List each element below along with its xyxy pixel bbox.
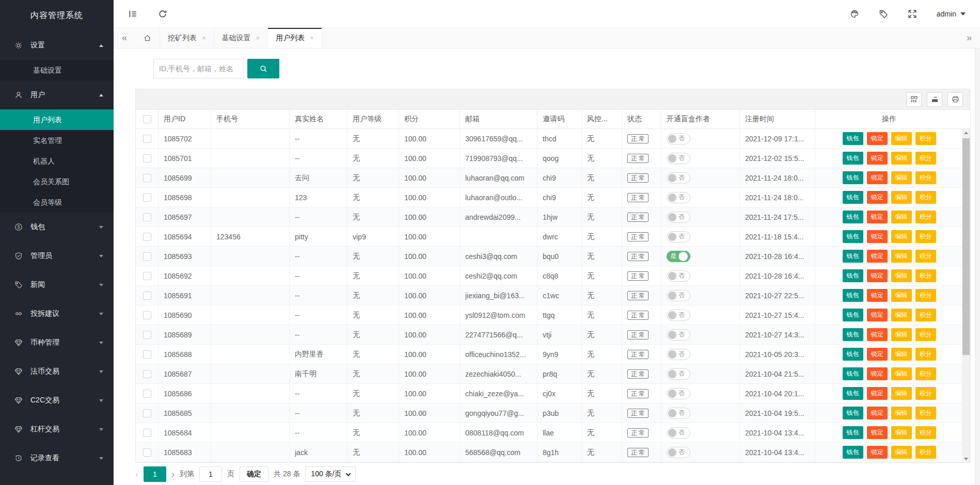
page-scrollbar[interactable] (975, 48, 980, 485)
sidebar-item-1[interactable]: 实名管理 (0, 130, 114, 151)
row-checkbox[interactable] (143, 409, 151, 417)
wallet-button[interactable]: 钱包 (843, 328, 863, 341)
wallet-button[interactable]: 钱包 (843, 348, 863, 360)
wallet-button[interactable]: 钱包 (843, 387, 863, 399)
sidebar-group-4[interactable]: 新闻 (0, 270, 114, 299)
points-button[interactable]: 积分 (915, 328, 936, 341)
row-checkbox[interactable] (143, 311, 151, 319)
row-checkbox[interactable] (143, 272, 151, 280)
row-checkbox[interactable] (143, 135, 151, 143)
edit-button[interactable]: 编辑 (891, 309, 912, 321)
blindbox-toggle[interactable]: 否 (667, 329, 690, 341)
lock-button[interactable]: 锁定 (867, 132, 888, 144)
current-page-button[interactable]: 1 (144, 466, 166, 482)
blindbox-toggle[interactable]: 否 (667, 153, 690, 164)
sidebar-group-9[interactable]: 杠杆交易 (0, 415, 114, 444)
edit-button[interactable]: 编辑 (891, 191, 912, 203)
theme-palette-icon[interactable] (850, 9, 859, 19)
points-button[interactable]: 积分 (915, 387, 936, 399)
page-size-select[interactable]: 100 条/页 (305, 466, 355, 482)
prev-page-button[interactable]: ‹ (135, 469, 138, 480)
blindbox-toggle[interactable]: 否 (667, 212, 690, 223)
edit-button[interactable]: 编辑 (891, 407, 912, 419)
points-button[interactable]: 积分 (915, 309, 936, 321)
tag-icon[interactable] (879, 9, 888, 19)
row-checkbox[interactable] (143, 448, 151, 457)
columns-filter-button[interactable] (906, 92, 922, 107)
sidebar-item-2[interactable]: 机器人 (0, 151, 114, 171)
next-page-button[interactable]: › (171, 469, 175, 480)
points-button[interactable]: 积分 (915, 407, 936, 419)
tab-0[interactable]: 挖矿列表× (160, 28, 214, 48)
goto-page-input[interactable] (199, 466, 222, 482)
edit-button[interactable]: 编辑 (891, 171, 912, 184)
sidebar-group-1[interactable]: 用户 (0, 80, 114, 109)
sidebar-group-2[interactable]: $钱包 (0, 213, 114, 241)
user-menu[interactable]: admin (937, 10, 966, 18)
search-button[interactable] (247, 59, 279, 78)
lock-button[interactable]: 锁定 (867, 289, 888, 301)
table-scrollbar[interactable] (962, 129, 970, 462)
fullscreen-icon[interactable] (908, 9, 917, 19)
blindbox-toggle[interactable]: 否 (667, 388, 690, 399)
edit-button[interactable]: 编辑 (891, 132, 912, 144)
wallet-button[interactable]: 钱包 (843, 230, 863, 242)
lock-button[interactable]: 锁定 (867, 211, 888, 223)
wallet-button[interactable]: 钱包 (843, 132, 863, 144)
lock-button[interactable]: 锁定 (867, 191, 888, 203)
wallet-button[interactable]: 钱包 (843, 289, 863, 301)
tabs-scroll-left-button[interactable]: « (114, 28, 135, 48)
sidebar-group-5[interactable]: 投拆建议 (0, 299, 114, 328)
points-button[interactable]: 积分 (915, 367, 936, 380)
blindbox-toggle[interactable]: 否 (667, 172, 690, 184)
wallet-button[interactable]: 钱包 (843, 407, 863, 419)
points-button[interactable]: 积分 (915, 211, 936, 223)
edit-button[interactable]: 编辑 (891, 446, 912, 458)
edit-button[interactable]: 编辑 (891, 426, 912, 439)
row-checkbox[interactable] (143, 350, 151, 359)
points-button[interactable]: 积分 (915, 191, 936, 203)
points-button[interactable]: 积分 (915, 250, 936, 262)
lock-button[interactable]: 锁定 (867, 230, 888, 242)
row-checkbox[interactable] (143, 390, 151, 398)
edit-button[interactable]: 编辑 (891, 387, 912, 399)
wallet-button[interactable]: 钱包 (843, 269, 863, 282)
points-button[interactable]: 积分 (915, 230, 936, 242)
edit-button[interactable]: 编辑 (891, 152, 912, 164)
tab-1[interactable]: 基础设置× (214, 28, 268, 48)
wallet-button[interactable]: 钱包 (843, 309, 863, 321)
blindbox-toggle[interactable]: 否 (667, 231, 690, 242)
blindbox-toggle[interactable]: 否 (667, 310, 690, 321)
row-checkbox[interactable] (143, 193, 151, 202)
points-button[interactable]: 积分 (915, 446, 936, 458)
points-button[interactable]: 积分 (915, 171, 936, 184)
tab-2[interactable]: 用户列表× (268, 28, 322, 48)
print-button[interactable] (947, 92, 963, 107)
sidebar-item-0[interactable]: 用户列表 (0, 109, 114, 130)
tabs-scroll-right-button[interactable]: » (958, 28, 980, 48)
lock-button[interactable]: 锁定 (867, 250, 888, 262)
row-checkbox[interactable] (143, 154, 151, 163)
points-button[interactable]: 积分 (915, 348, 936, 360)
close-icon[interactable]: × (310, 34, 314, 42)
blindbox-toggle[interactable]: 否 (667, 290, 690, 301)
wallet-button[interactable]: 钱包 (843, 191, 863, 203)
wallet-button[interactable]: 钱包 (843, 426, 863, 439)
lock-button[interactable]: 锁定 (867, 328, 888, 341)
sidebar-group-10[interactable]: 记录查看 (0, 444, 114, 473)
row-checkbox[interactable] (143, 252, 151, 261)
edit-button[interactable]: 编辑 (891, 250, 912, 262)
points-button[interactable]: 积分 (915, 152, 936, 164)
lock-button[interactable]: 锁定 (867, 407, 888, 419)
edit-button[interactable]: 编辑 (891, 269, 912, 282)
home-tab[interactable] (135, 28, 160, 48)
confirm-button[interactable]: 确定 (240, 466, 268, 482)
refresh-icon[interactable] (158, 9, 167, 19)
lock-button[interactable]: 锁定 (867, 367, 888, 380)
wallet-button[interactable]: 钱包 (843, 211, 863, 223)
row-checkbox[interactable] (143, 213, 151, 221)
edit-button[interactable]: 编辑 (891, 230, 912, 242)
wallet-button[interactable]: 钱包 (843, 171, 863, 184)
lock-button[interactable]: 锁定 (867, 309, 888, 321)
blindbox-toggle[interactable]: 否 (667, 447, 690, 458)
